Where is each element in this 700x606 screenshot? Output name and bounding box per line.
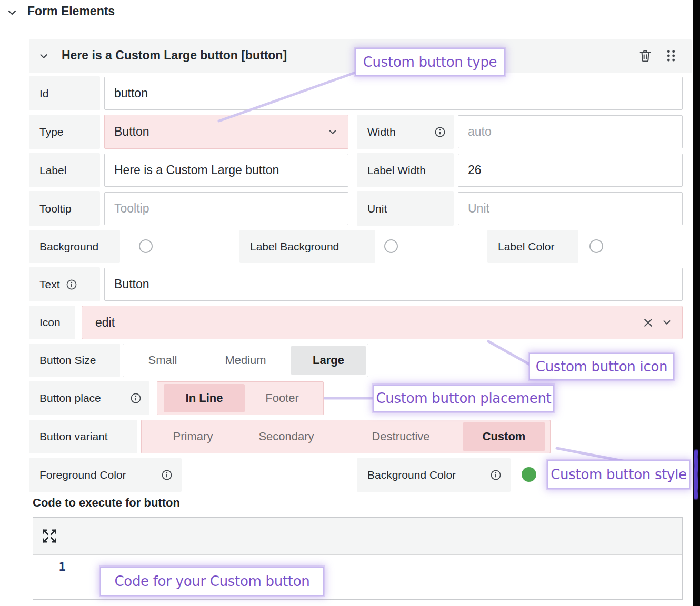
callout-custom-button-icon: Custom button icon	[529, 353, 674, 380]
label-field-label: Label	[29, 153, 100, 187]
callout-custom-button-style: Custom button style	[547, 460, 690, 489]
label-input[interactable]	[104, 154, 348, 187]
type-select[interactable]: Button	[104, 115, 348, 149]
section-title: Form Elements	[27, 4, 115, 18]
button-place-option-footer[interactable]: Footer	[248, 382, 316, 415]
label-width-input[interactable]	[458, 154, 683, 187]
background-color-picker[interactable]	[139, 239, 153, 253]
button-variant-option-primary[interactable]: Primary	[152, 420, 234, 453]
button-variant-option-secondary[interactable]: Secondary	[247, 420, 326, 453]
info-icon[interactable]	[491, 470, 501, 480]
panel-title: Here is a Custom Large button [button]	[62, 48, 287, 63]
trash-icon[interactable]	[638, 48, 653, 63]
type-field-label: Type	[29, 115, 100, 149]
button-place-segmented-control: In Line Footer	[157, 381, 324, 415]
chevron-down-icon	[327, 126, 338, 138]
label-width-field-label: Label Width	[357, 153, 454, 187]
screen-edge-strip	[693, 0, 700, 606]
button-variant-option-destructive[interactable]: Destructive	[357, 420, 444, 453]
callout-custom-button-type: Custom button type	[355, 48, 505, 76]
form-elements-editor: Form Elements Here is a Custom Large but…	[0, 0, 700, 606]
button-size-option-large[interactable]: Large	[291, 346, 366, 375]
icon-select-value: edit	[95, 316, 115, 330]
button-size-option-small[interactable]: Small	[131, 344, 194, 377]
label-background-field-label: Label Background	[239, 230, 375, 263]
tooltip-input[interactable]	[104, 192, 348, 225]
id-input[interactable]	[104, 77, 683, 110]
button-variant-field-label: Button variant	[29, 420, 137, 453]
background-color-field-label: Background Color	[357, 458, 511, 492]
chevron-down-icon	[661, 317, 673, 328]
icon-select[interactable]: edit	[82, 306, 683, 339]
code-section-label: Code to execute for button	[33, 496, 180, 510]
button-size-segmented-control: Small Medium Large	[123, 344, 368, 377]
background-field-label: Background	[29, 230, 120, 263]
id-field-label: Id	[29, 76, 100, 110]
info-icon[interactable]	[131, 393, 141, 403]
label-background-color-picker[interactable]	[384, 239, 398, 253]
info-icon[interactable]	[66, 279, 77, 290]
button-place-option-inline[interactable]: In Line	[164, 384, 245, 412]
foreground-color-field-label: Foreground Color	[29, 458, 182, 492]
code-line-number: 1	[54, 560, 70, 573]
background-color-swatch[interactable]	[522, 467, 536, 482]
drag-handle-icon[interactable]	[664, 48, 678, 63]
width-input[interactable]	[458, 115, 683, 148]
close-icon[interactable]	[643, 317, 654, 328]
button-variant-option-custom[interactable]: Custom	[463, 422, 545, 451]
width-field-label: Width	[357, 115, 454, 149]
label-color-picker[interactable]	[589, 239, 603, 253]
callout-code-for-custom-button: Code for your Custom button	[100, 567, 324, 596]
expand-icon[interactable]	[42, 528, 57, 544]
unit-field-label: Unit	[357, 191, 454, 226]
section-collapse-chevron-icon[interactable]	[6, 6, 18, 19]
button-size-option-medium[interactable]: Medium	[205, 344, 286, 377]
type-select-value: Button	[114, 125, 149, 139]
label-color-field-label: Label Color	[487, 230, 578, 263]
unit-input[interactable]	[458, 192, 683, 225]
button-variant-segmented-control: Primary Secondary Destructive Custom	[141, 420, 551, 453]
text-input[interactable]	[104, 268, 683, 301]
button-size-field-label: Button Size	[29, 344, 120, 377]
panel-collapse-chevron-icon[interactable]	[38, 50, 49, 62]
icon-field-label: Icon	[29, 306, 75, 339]
button-place-field-label: Button place	[29, 381, 149, 415]
text-field-label: Text	[29, 267, 100, 301]
code-editor-toolbar	[33, 518, 682, 555]
callout-custom-button-placement: Custom button placement	[373, 385, 554, 412]
info-icon[interactable]	[435, 127, 445, 137]
tooltip-field-label: Tooltip	[29, 191, 100, 226]
info-icon[interactable]	[162, 470, 172, 480]
